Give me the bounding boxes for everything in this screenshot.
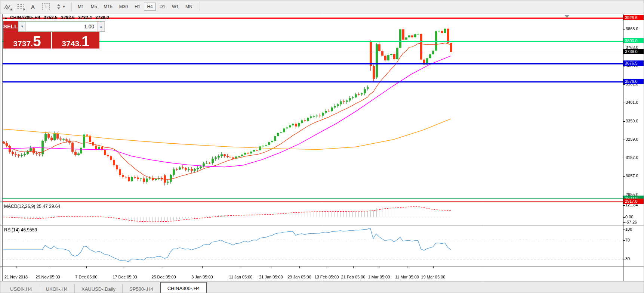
- price-tick-label: 3259.0: [626, 137, 638, 141]
- macd-tick-label: 0.00: [625, 215, 633, 219]
- rsi-tick-label: 100: [625, 227, 632, 231]
- timeframe-button-M15[interactable]: M15: [101, 3, 115, 11]
- price-tick-label: 3865.0: [626, 27, 638, 31]
- date-tick-label: 11 Jan 05:00: [224, 275, 258, 279]
- price-badge-line: 3800.0: [623, 38, 644, 43]
- date-tick-label: 29 Nov 05:00: [31, 275, 65, 279]
- price-tick-label: 3157.0: [626, 155, 638, 160]
- symbol-tab-ukoil-h4[interactable]: UKOil-,H4: [39, 284, 75, 293]
- price-tick-label: 3359.0: [626, 119, 638, 123]
- symbol-arrow-icon: ▲: [4, 16, 8, 20]
- text-label-icon[interactable]: T: [42, 3, 50, 10]
- arrow-objects-icon[interactable]: ▼: [53, 2, 68, 12]
- date-tick-label: 17 Dec 05:00: [108, 275, 142, 279]
- rsi-label: RSI(14) 46.9559: [4, 227, 37, 233]
- symbol-tab-sp500-h4[interactable]: SP500-,H4: [123, 284, 160, 293]
- date-tick-label: 25 Dec 05:00: [147, 275, 181, 279]
- quote-high: 3782.6: [61, 15, 75, 20]
- price-badge-line: 3676.5: [623, 60, 644, 66]
- volume-input[interactable]: [26, 22, 97, 31]
- date-tick-label: 19 Mar 05:00: [416, 275, 450, 279]
- symbol-tab-xauusd-daily[interactable]: XAUUSD-,Daily: [75, 284, 123, 293]
- rsi-tick-label: 30: [625, 256, 630, 261]
- timeframe-button-D1[interactable]: D1: [157, 3, 168, 11]
- timeframe-button-MN[interactable]: MN: [182, 3, 195, 11]
- timeframe-button-W1[interactable]: W1: [169, 3, 182, 11]
- price-tick-label: 3057.0: [626, 174, 638, 178]
- volume-decrease-button[interactable]: ▼: [18, 22, 26, 31]
- price-tick-label: 3461.0: [626, 100, 638, 105]
- toolbar-separator: [200, 2, 200, 11]
- symbol-tab-usoil-h4[interactable]: USOil-,H4: [3, 284, 39, 293]
- toolbar: E F A T ▼ M1M5M15M30H1H4D1W1MN: [0, 0, 644, 13]
- quote-header: ▲CHINA300-,H4 3752.5 3782.6 3732.4 3739.…: [4, 15, 111, 20]
- buy-price[interactable]: 3743.1: [52, 32, 99, 49]
- elliott-wave-icon[interactable]: E: [2, 2, 13, 12]
- rsi-tick-label: 70: [625, 238, 630, 242]
- quote-open: 3752.5: [44, 15, 58, 20]
- sell-button[interactable]: SELL: [3, 21, 18, 32]
- dropdown-caret-icon: ▼: [62, 5, 66, 9]
- date-tick-label: 7 Dec 05:00: [70, 275, 103, 279]
- text-icon[interactable]: A: [27, 2, 38, 12]
- macd-label: MACD(12,26,9) 25.47 39.64: [4, 204, 60, 209]
- timeframe-button-M5[interactable]: M5: [88, 3, 100, 11]
- buy-button[interactable]: BUY: [105, 21, 117, 32]
- toolbar-separator: [71, 2, 72, 11]
- date-tick-label: 21 Nov 2018: [0, 275, 33, 279]
- timeframe-button-H1[interactable]: H1: [132, 3, 143, 11]
- timeframe-button-M1[interactable]: M1: [75, 3, 87, 11]
- quote-symbol: CHINA300-,H4: [10, 15, 40, 20]
- trading-platform-window: E F A T ▼ M1M5M15M30H1H4D1W1MN ▲CHINA300…: [0, 0, 644, 293]
- fibonacci-icon[interactable]: F: [15, 2, 26, 12]
- volume-stepper: ▼ ▲: [18, 21, 105, 32]
- volume-increase-button[interactable]: ▲: [97, 22, 105, 31]
- macd-tick-label: -57.26: [625, 220, 637, 224]
- price-badge-line: 2917.8: [623, 199, 644, 204]
- sell-price[interactable]: 3737.5: [3, 32, 51, 49]
- timeframe-button-M30[interactable]: M30: [116, 3, 131, 11]
- symbol-tab-china300-h4[interactable]: CHINA300-,H4: [160, 282, 207, 293]
- current-price-badge: 3739.0: [623, 49, 644, 54]
- price-badge-line: 3926.6: [623, 15, 644, 20]
- timeframe-button-H4[interactable]: H4: [144, 3, 155, 11]
- date-tick-label: 3 Jan 05:00: [185, 275, 219, 279]
- symbol-tab-bar: USOil-,H4UKOil-,H4XAUUSD-,DailySP500-,H4…: [0, 281, 644, 293]
- quote-close: 3739.0: [95, 15, 109, 20]
- one-click-trading-panel: SELL ▼ ▲ BUY 3737.5 3743.1: [3, 21, 99, 49]
- price-badge-line: 3576.0: [623, 79, 644, 84]
- timeframe-group: M1M5M15M30H1H4D1W1MN: [74, 3, 196, 11]
- quote-low: 3732.4: [78, 15, 92, 20]
